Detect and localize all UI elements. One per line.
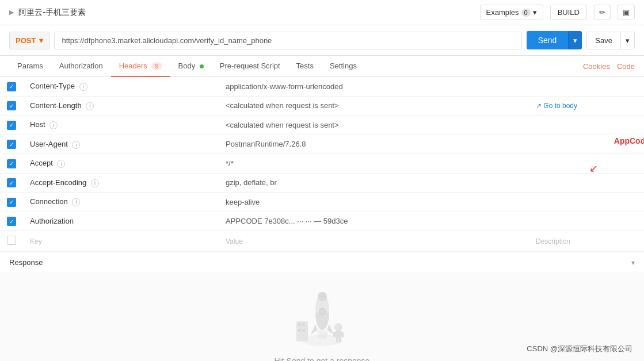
headers-table: ✓ Content-Type i application/x-www-form-… bbox=[0, 77, 644, 252]
svg-rect-14 bbox=[333, 332, 336, 337]
examples-button[interactable]: Examples 0 ▾ bbox=[480, 5, 543, 20]
body-dot-indicator bbox=[200, 64, 204, 68]
checkbox-accept[interactable]: ✓ bbox=[7, 159, 16, 168]
tab-settings[interactable]: Settings bbox=[322, 56, 365, 77]
svg-rect-17 bbox=[339, 338, 341, 343]
checkbox-authorization[interactable]: ✓ bbox=[7, 217, 16, 226]
headers-table-container: ✓ Content-Type i application/x-www-form-… bbox=[0, 77, 644, 252]
svg-rect-15 bbox=[341, 332, 344, 337]
send-button[interactable]: Send bbox=[527, 31, 569, 49]
table-row: ✓ Accept i */* bbox=[0, 154, 644, 174]
svg-point-7 bbox=[318, 292, 327, 301]
code-link[interactable]: Code bbox=[617, 62, 635, 71]
layout-button[interactable]: ▣ bbox=[618, 5, 635, 20]
annotation-wrapper: ✓ Content-Type i application/x-www-form-… bbox=[0, 77, 644, 252]
table-row: ✓ Connection i keep-alive bbox=[0, 193, 644, 212]
tab-params[interactable]: Params bbox=[9, 56, 51, 77]
table-row: ✓ Host i <calculated when request is sen… bbox=[0, 116, 644, 135]
tab-tests[interactable]: Tests bbox=[288, 56, 322, 77]
method-label: POST bbox=[16, 36, 36, 45]
info-icon-host[interactable]: i bbox=[49, 121, 58, 129]
checkbox-accept-encoding[interactable]: ✓ bbox=[7, 178, 16, 187]
layout-icon: ▣ bbox=[623, 8, 630, 17]
header-key-content-length: Content-Length bbox=[30, 101, 82, 110]
tabs-bar: Params Authorization Headers 9 Body Pre-… bbox=[0, 56, 644, 77]
header-val-connection: keep-alive bbox=[226, 198, 260, 206]
send-chevron-icon: ▾ bbox=[573, 36, 577, 45]
tab-body-label: Body bbox=[178, 62, 196, 70]
header-key-connection: Connection bbox=[30, 197, 68, 206]
header-val-content-type: application/x-www-form-urlencoded bbox=[226, 82, 343, 91]
rocket-illustration bbox=[288, 290, 357, 347]
url-input[interactable] bbox=[54, 32, 521, 49]
go-to-body-link[interactable]: ↗ Go to body bbox=[536, 102, 577, 110]
send-dropdown-button[interactable]: ▾ bbox=[568, 31, 582, 49]
collection-title: 阿里云-手机三要素 bbox=[18, 7, 86, 18]
cookies-link[interactable]: Cookies bbox=[583, 62, 610, 71]
checkbox-placeholder[interactable] bbox=[7, 236, 16, 245]
info-icon-content-length[interactable]: i bbox=[86, 102, 94, 110]
info-icon-accept[interactable]: i bbox=[57, 160, 65, 168]
hit-send-text: Hit Send to get a response bbox=[275, 356, 370, 361]
svg-rect-16 bbox=[336, 338, 338, 343]
svg-rect-13 bbox=[336, 331, 341, 339]
info-icon-user-agent[interactable]: i bbox=[72, 141, 80, 149]
save-button-group: Save ▾ bbox=[586, 32, 635, 49]
header-key-host: Host bbox=[30, 120, 45, 129]
method-chevron-icon: ▾ bbox=[39, 36, 43, 45]
tab-body[interactable]: Body bbox=[170, 56, 212, 77]
footer-brand: CSDN @深源恒际科技有限公司 bbox=[527, 344, 632, 354]
tab-prerequest-label: Pre-request Script bbox=[220, 62, 280, 70]
info-icon-content-type[interactable]: i bbox=[79, 83, 87, 91]
table-row: ✓ Content-Type i application/x-www-form-… bbox=[0, 77, 644, 96]
tab-tests-label: Tests bbox=[296, 62, 314, 70]
tab-headers[interactable]: Headers 9 bbox=[111, 56, 170, 77]
checkbox-host[interactable]: ✓ bbox=[7, 121, 16, 130]
save-dropdown-button[interactable]: ▾ bbox=[620, 32, 634, 49]
checkbox-content-length[interactable]: ✓ bbox=[7, 101, 16, 110]
table-row-placeholder: Key Value Description bbox=[0, 231, 644, 252]
header-key-authorization: Authorization bbox=[30, 217, 74, 225]
header-val-accept-encoding: gzip, deflate, br bbox=[226, 178, 277, 187]
placeholder-description: Description bbox=[536, 237, 570, 245]
svg-rect-5 bbox=[302, 329, 305, 332]
examples-count: 0 bbox=[521, 9, 531, 17]
build-button[interactable]: BUILD bbox=[550, 5, 587, 20]
placeholder-key[interactable]: Key bbox=[30, 237, 42, 245]
top-bar: ▶ 阿里云-手机三要素 Examples 0 ▾ BUILD ✏ ▣ bbox=[0, 0, 644, 25]
headers-badge: 9 bbox=[151, 62, 162, 70]
tab-params-label: Params bbox=[17, 62, 43, 70]
header-key-accept-encoding: Accept-Encoding bbox=[30, 178, 86, 187]
save-chevron-icon: ▾ bbox=[626, 36, 630, 45]
header-val-accept: */* bbox=[226, 159, 234, 168]
send-button-group: Send ▾ bbox=[527, 31, 582, 49]
collapse-arrow[interactable]: ▶ bbox=[9, 9, 14, 16]
placeholder-value[interactable]: Value bbox=[226, 237, 243, 245]
info-icon-connection[interactable]: i bbox=[72, 198, 80, 206]
tab-prerequest[interactable]: Pre-request Script bbox=[212, 56, 288, 77]
tab-authorization[interactable]: Authorization bbox=[51, 56, 111, 77]
tab-headers-label: Headers bbox=[119, 62, 147, 70]
svg-rect-2 bbox=[298, 323, 301, 326]
top-bar-left: ▶ 阿里云-手机三要素 bbox=[9, 7, 86, 18]
arrow-down-icon: ↙ bbox=[589, 162, 598, 175]
header-val-authorization: APPCODE 7e308c... ··· ··· — 59d3ce bbox=[226, 217, 348, 225]
info-icon-accept-encoding[interactable]: i bbox=[91, 179, 99, 187]
header-key-accept: Accept bbox=[30, 159, 53, 167]
appcode-label: AppCode bbox=[614, 136, 644, 145]
checkbox-connection[interactable]: ✓ bbox=[7, 198, 16, 207]
save-button[interactable]: Save bbox=[587, 32, 620, 49]
checkbox-user-agent[interactable]: ✓ bbox=[7, 140, 16, 149]
table-row-authorization: ✓ Authorization APPCODE 7e308c... ··· ··… bbox=[0, 212, 644, 231]
table-row: ✓ User-Agent i PostmanRuntime/7.26.8 bbox=[0, 135, 644, 154]
table-row: ✓ Content-Length i <calculated when requ… bbox=[0, 96, 644, 116]
top-bar-right: Examples 0 ▾ BUILD ✏ ▣ bbox=[480, 5, 635, 20]
edit-button[interactable]: ✏ bbox=[594, 5, 611, 20]
response-section-header: Response ▾ bbox=[0, 252, 644, 272]
collapse-icon[interactable]: ▾ bbox=[631, 259, 635, 267]
method-selector[interactable]: POST ▾ bbox=[9, 32, 49, 49]
header-val-host: <calculated when request is sent> bbox=[226, 121, 339, 129]
response-label: Response bbox=[9, 258, 43, 267]
tab-authorization-label: Authorization bbox=[59, 62, 103, 70]
checkbox-content-type[interactable]: ✓ bbox=[7, 82, 16, 91]
